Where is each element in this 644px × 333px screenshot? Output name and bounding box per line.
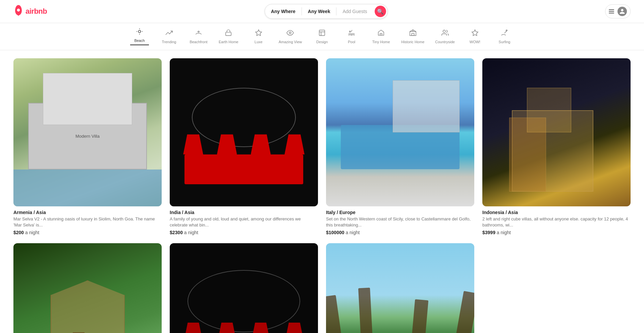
price-per-night: a night: [497, 230, 511, 235]
property-image: [326, 243, 474, 333]
guests-button[interactable]: Add Guests: [336, 5, 373, 17]
property-description: A family of young and old, loud and quie…: [170, 216, 318, 228]
property-description: Set on the North Western coast of Sicily…: [326, 216, 474, 228]
category-item-wow[interactable]: WOW!: [466, 29, 484, 44]
property-location: Armenia / Asia: [13, 210, 162, 215]
category-label-luxe: Luxe: [255, 40, 263, 44]
search-bar[interactable]: Any Where Any Week Add Guests 🔍: [265, 4, 388, 19]
svg-point-7: [289, 32, 291, 34]
svg-point-14: [443, 30, 445, 32]
category-label-beachfront: Beachfront: [190, 40, 207, 44]
category-item-pool[interactable]: Pool: [342, 29, 361, 44]
category-item-trending[interactable]: Trending: [160, 29, 178, 44]
earth-home-icon: [225, 29, 232, 38]
category-item-beach[interactable]: Beach: [130, 28, 149, 45]
hamburger-icon: [609, 9, 614, 13]
category-nav: Beach Trending Beachfront Earth Home Lux…: [0, 23, 644, 50]
header-right: [605, 4, 631, 18]
beach-icon: [136, 28, 143, 37]
header: airbnb Any Where Any Week Add Guests 🔍: [0, 0, 644, 23]
price-amount: $3999: [482, 230, 495, 235]
property-card[interactable]: India / Asia A family of young and old, …: [170, 58, 318, 235]
svg-point-15: [506, 30, 507, 31]
property-image: [13, 243, 162, 333]
property-price: $2300 a night: [170, 230, 318, 235]
property-card[interactable]: Thailand / Asia We can accommodate up to…: [13, 243, 162, 333]
svg-rect-13: [412, 34, 414, 36]
pool-icon: [348, 29, 355, 38]
category-label-historic-home: Historic Home: [401, 40, 424, 44]
svg-point-9: [350, 31, 351, 32]
countryside-icon: [441, 29, 449, 38]
wow-icon: [471, 29, 479, 38]
category-label-earth-home: Earth Home: [219, 40, 238, 44]
amazing-view-icon: [286, 29, 294, 38]
property-description: 2 left and right cube villas, all withou…: [482, 216, 631, 228]
category-label-trending: Trending: [162, 40, 176, 44]
week-button[interactable]: Any Week: [302, 5, 336, 17]
property-card[interactable]: Italy / Europe Set on the North Western …: [326, 58, 474, 235]
luxe-icon: [255, 29, 262, 38]
price-per-night: a night: [184, 230, 198, 235]
property-card[interactable]: Indonesia / Asia 2 left and right cube v…: [482, 58, 631, 235]
property-grid: Modern Villa Armenia / Asia Mar Selva V2…: [13, 58, 631, 333]
design-icon: [318, 29, 326, 38]
property-image: [326, 58, 474, 206]
property-description: Mar Selva V2 - A stunning oasis of luxur…: [13, 216, 162, 228]
search-submit-button[interactable]: 🔍: [375, 6, 386, 17]
category-item-surfing[interactable]: Surfing: [495, 29, 514, 44]
historic-home-icon: [409, 29, 417, 38]
category-item-countryside[interactable]: Countryside: [435, 29, 455, 44]
svg-marker-6: [256, 30, 262, 36]
category-item-earth-home[interactable]: Earth Home: [219, 29, 238, 44]
property-location: Indonesia / Asia: [482, 210, 631, 215]
category-label-countryside: Countryside: [435, 40, 455, 44]
svg-point-0: [138, 30, 141, 32]
surfing-icon: [501, 29, 508, 38]
price-amount: $2300: [170, 230, 183, 235]
tiny-home-icon: [377, 29, 385, 38]
category-item-design[interactable]: Design: [313, 29, 331, 44]
property-price: $200 a night: [13, 230, 162, 235]
main-content: Modern Villa Armenia / Asia Mar Selva V2…: [0, 50, 644, 333]
svg-rect-5: [226, 32, 231, 36]
logo-text: airbnb: [25, 7, 47, 16]
category-label-tiny-home: Tiny Home: [372, 40, 390, 44]
trending-icon: [165, 29, 173, 38]
logo[interactable]: airbnb: [13, 5, 47, 18]
property-price: $3999 a night: [482, 230, 631, 235]
category-item-tiny-home[interactable]: Tiny Home: [372, 29, 390, 44]
property-location: India / Asia: [170, 210, 318, 215]
category-label-pool: Pool: [348, 40, 355, 44]
property-price: $100000 a night: [326, 230, 474, 235]
property-card[interactable]: India / Asia This beach view room is loc…: [326, 243, 474, 333]
property-image: [482, 58, 631, 206]
avatar: [618, 7, 627, 16]
category-label-wow: WOW!: [470, 40, 480, 44]
user-menu-button[interactable]: [605, 4, 631, 18]
svg-rect-8: [319, 30, 325, 36]
property-location: Italy / Europe: [326, 210, 474, 215]
category-label-surfing: Surfing: [499, 40, 511, 44]
price-per-night: a night: [25, 230, 39, 235]
category-item-luxe[interactable]: Luxe: [249, 29, 268, 44]
category-item-amazing-view[interactable]: Amazing View: [279, 29, 302, 44]
price-amount: $200: [13, 230, 24, 235]
airbnb-logo-icon: [13, 5, 23, 18]
property-card[interactable]: Modern Villa Armenia / Asia Mar Selva V2…: [13, 58, 162, 235]
svg-rect-10: [380, 34, 382, 36]
price-per-night: a night: [345, 230, 360, 235]
property-image: [170, 243, 318, 333]
search-icon: 🔍: [377, 8, 384, 15]
property-image: Modern Villa: [13, 58, 162, 206]
category-label-amazing-view: Amazing View: [279, 40, 302, 44]
property-card[interactable]: Italy / Europe Since I was a kid, I've l…: [170, 243, 318, 333]
property-image: [170, 58, 318, 206]
beachfront-icon: [195, 29, 202, 38]
category-item-historic-home[interactable]: Historic Home: [401, 29, 424, 44]
category-item-beachfront[interactable]: Beachfront: [189, 29, 208, 44]
category-label-design: Design: [316, 40, 328, 44]
category-label-beach: Beach: [134, 39, 145, 43]
price-amount: $100000: [326, 230, 344, 235]
where-button[interactable]: Any Where: [265, 5, 302, 17]
